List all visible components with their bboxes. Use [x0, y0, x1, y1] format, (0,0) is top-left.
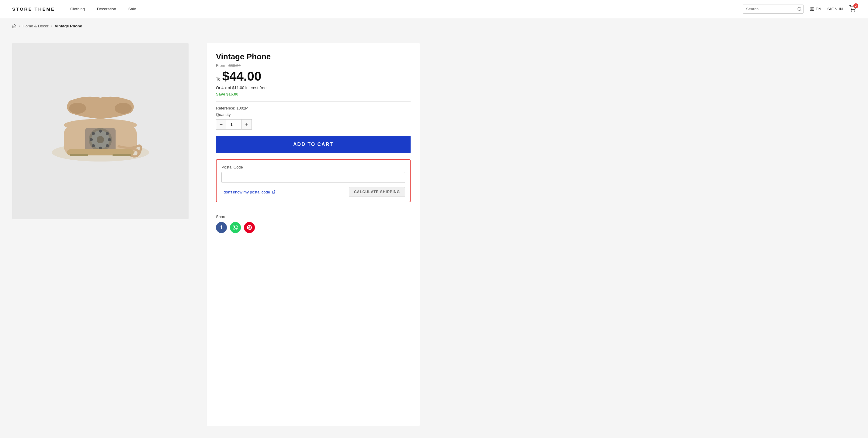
add-to-cart-button[interactable]: ADD TO CART [216, 136, 411, 153]
main-content: Vintage Phone From $60.00 To $44.00 Or 4… [0, 34, 868, 435]
breadcrumb-current: Vintage Phone [55, 24, 82, 28]
svg-rect-24 [70, 154, 88, 156]
main-nav: Clothing Decoration Sale [70, 7, 743, 11]
svg-point-21 [92, 132, 95, 135]
dont-know-postal-link[interactable]: I don't know my postal code [221, 190, 276, 194]
postal-bottom-row: I don't know my postal code CALCULATE SH… [221, 187, 405, 197]
home-icon[interactable] [12, 24, 17, 28]
breadcrumb-category[interactable]: Home & Decor [23, 24, 49, 28]
search-icon [797, 7, 802, 11]
header: STORE THEME Clothing Decoration Sale EN … [0, 0, 868, 18]
product-title: Vintage Phone [216, 52, 411, 61]
share-label: Share [216, 214, 411, 219]
sign-in-button[interactable]: SIGN IN [827, 7, 843, 11]
external-link-icon [272, 190, 276, 194]
share-facebook-button[interactable]: f [216, 222, 227, 233]
search-input[interactable] [746, 7, 797, 11]
svg-point-4 [851, 11, 852, 11]
price-from-label: From [216, 63, 225, 68]
cart-button[interactable]: 2 [849, 5, 856, 13]
language-selector[interactable]: EN [810, 7, 821, 11]
nav-item-clothing[interactable]: Clothing [70, 7, 85, 11]
globe-icon [810, 7, 814, 11]
breadcrumb-sep-2: › [51, 24, 52, 28]
svg-point-15 [106, 132, 109, 135]
price-to-row: To $44.00 [216, 69, 411, 84]
product-image [45, 76, 155, 186]
postal-label: Postal Code [221, 165, 405, 169]
share-whatsapp-button[interactable] [230, 222, 241, 233]
search-box [743, 5, 804, 14]
price-original: $60.00 [228, 63, 241, 68]
dont-know-label: I don't know my postal code [221, 190, 270, 194]
price-to-label: To [216, 77, 220, 82]
postal-code-input[interactable] [221, 172, 405, 183]
svg-point-14 [99, 130, 102, 133]
quantity-increase-button[interactable]: + [242, 119, 252, 130]
share-icons: f [216, 222, 411, 233]
svg-point-19 [92, 144, 95, 147]
nav-item-sale[interactable]: Sale [128, 7, 136, 11]
quantity-control: − + [216, 119, 411, 130]
store-logo: STORE THEME [12, 6, 55, 11]
product-image-box [12, 43, 189, 219]
svg-point-16 [108, 138, 111, 141]
svg-point-9 [69, 103, 86, 114]
svg-point-18 [99, 147, 102, 150]
save-row: Save $16.00 [216, 92, 411, 96]
svg-line-26 [273, 191, 275, 192]
share-pinterest-button[interactable] [244, 222, 255, 233]
price-current: $44.00 [222, 69, 261, 84]
nav-item-decoration[interactable]: Decoration [97, 7, 116, 11]
postal-section: Postal Code I don't know my postal code … [216, 159, 411, 202]
pinterest-icon [247, 225, 252, 230]
breadcrumb: › Home & Decor › Vintage Phone [0, 18, 868, 34]
price-from-row: From $60.00 [216, 63, 411, 68]
svg-point-0 [798, 7, 801, 11]
product-details: Vintage Phone From $60.00 To $44.00 Or 4… [207, 43, 420, 426]
quantity-input[interactable] [226, 119, 242, 130]
svg-point-10 [115, 103, 132, 114]
svg-rect-25 [113, 154, 131, 156]
quantity-decrease-button[interactable]: − [216, 119, 226, 130]
quantity-label: Quantity [216, 112, 411, 117]
cart-badge: 2 [854, 3, 858, 8]
calculate-shipping-button[interactable]: CALCULATE SHIPPING [349, 187, 405, 197]
product-image-area [12, 43, 189, 426]
breadcrumb-sep-1: › [19, 24, 20, 28]
reference-row: Reference: 1002P [216, 106, 411, 111]
svg-line-1 [801, 10, 801, 11]
svg-point-22 [97, 136, 104, 143]
whatsapp-icon [232, 225, 238, 230]
installment-row: Or 4 x of $11.00 interest-free [216, 86, 411, 90]
header-right: EN SIGN IN 2 [743, 5, 856, 14]
share-section: Share f [216, 208, 411, 233]
svg-point-5 [854, 11, 855, 11]
divider-1 [216, 101, 411, 102]
svg-point-20 [90, 138, 93, 141]
lang-label: EN [816, 7, 821, 11]
svg-point-17 [106, 144, 109, 147]
